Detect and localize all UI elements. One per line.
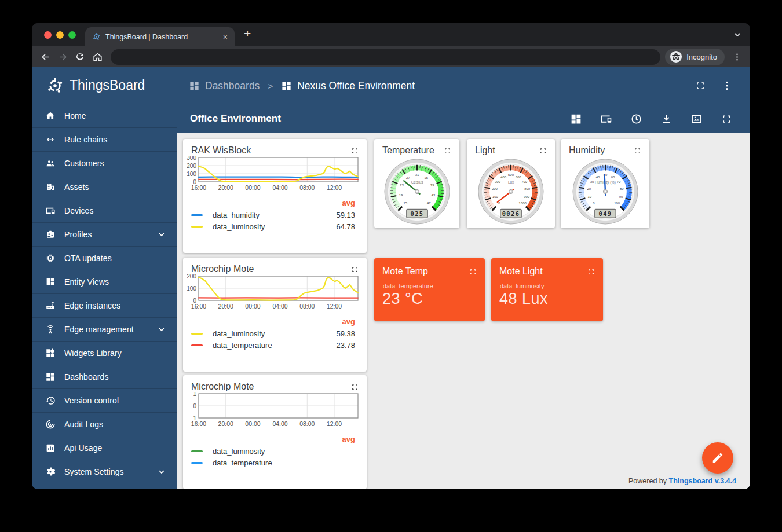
sidebar-item-ota-updates[interactable]: OTA updates: [32, 246, 177, 270]
sidebar-item-assets[interactable]: Assets: [32, 175, 177, 199]
legend-avg-value: 59.38: [336, 329, 355, 338]
chart-legend: avg data_luminosity59.38data_temperature…: [183, 314, 367, 351]
widget-fullscreen-icon[interactable]: [539, 146, 547, 155]
sidebar-item-system-settings[interactable]: System Settings: [32, 460, 177, 483]
sidebar-item-edge-management[interactable]: Edge management: [32, 317, 177, 341]
widget-rak-wisblock: RAK WisBlock 16:0020:0000:0004:0008:0012…: [183, 139, 367, 253]
sidebar-item-label: Api Usage: [64, 443, 103, 453]
sidebar-item-rule-chains[interactable]: Rule chains: [32, 127, 177, 151]
legend-item[interactable]: data_temperature23.78: [191, 339, 355, 351]
chevron-down-icon: [157, 325, 166, 334]
browser-tab[interactable]: ThingsBoard | Dashboard ×: [85, 27, 235, 46]
chart-legend: avg data_luminositydata_temperature: [183, 431, 367, 468]
sidebar-item-label: Devices: [64, 206, 94, 215]
forward-icon[interactable]: [54, 48, 71, 65]
browser-window: ThingsBoard | Dashboard × +: [32, 23, 750, 489]
new-tab-button[interactable]: +: [235, 27, 251, 43]
svg-text:08:00: 08:00: [299, 303, 315, 310]
sidebar-item-api-usage[interactable]: Api Usage: [32, 436, 177, 460]
entity-aliases-icon[interactable]: [600, 113, 612, 125]
widget-fullscreen-icon[interactable]: [587, 267, 595, 276]
legend-avg-value: 59.13: [336, 211, 355, 219]
address-bar[interactable]: [111, 49, 660, 65]
svg-text:400: 400: [500, 175, 507, 179]
audit-logs-icon: [45, 419, 56, 430]
home-icon[interactable]: [89, 48, 106, 65]
fullscreen-dashboard-icon[interactable]: [721, 113, 733, 125]
svg-text:10: 10: [587, 195, 591, 199]
incognito-label: Incognito: [686, 53, 717, 61]
maximize-window-button[interactable]: [68, 31, 76, 39]
svg-text:1: 1: [193, 392, 196, 397]
svg-text:30: 30: [590, 180, 594, 184]
widget-light-gauge: Light 01002003004005006007008009001000Lu…: [467, 139, 555, 228]
legend-item[interactable]: data_luminosity59.38: [191, 328, 355, 339]
svg-text:0: 0: [193, 298, 196, 304]
svg-text:08:00: 08:00: [299, 420, 315, 427]
tab-title: ThingsBoard | Dashboard: [105, 33, 216, 41]
fullscreen-icon[interactable]: [695, 80, 706, 91]
close-window-button[interactable]: [44, 31, 52, 39]
value-card-value: 48 Lux: [491, 289, 603, 308]
legend-item[interactable]: data_temperature: [191, 457, 355, 468]
sidebar-item-version-control[interactable]: Version control: [32, 388, 177, 412]
settings-icon: [45, 467, 56, 477]
svg-text:700: 700: [521, 180, 528, 184]
dashboard-title: Office Environment: [190, 113, 281, 124]
manage-layouts-icon[interactable]: [570, 113, 582, 125]
sidebar-item-label: Version control: [64, 396, 119, 405]
reload-icon[interactable]: [71, 48, 89, 65]
sidebar-item-widgets-library[interactable]: Widgets Library: [32, 341, 177, 365]
download-icon[interactable]: [660, 113, 673, 125]
edit-dashboard-fab[interactable]: [702, 442, 733, 474]
browser-menu-icon[interactable]: [728, 48, 746, 65]
minimize-window-button[interactable]: [56, 31, 64, 39]
widget-title: Mote Temp: [382, 266, 428, 277]
svg-text:200: 200: [492, 187, 498, 190]
edge-instances-icon: [45, 300, 56, 311]
more-options-icon[interactable]: [721, 80, 733, 91]
browser-toolbar: Incognito: [32, 46, 750, 67]
legend-item[interactable]: data_humidity59.13: [191, 209, 355, 221]
widget-fullscreen-icon[interactable]: [350, 265, 359, 274]
breadcrumb-dashboards-link[interactable]: Dashboards: [189, 80, 260, 92]
widget-fullscreen-icon[interactable]: [350, 383, 359, 391]
widget-fullscreen-icon[interactable]: [469, 267, 477, 276]
sidebar-item-label: Audit Logs: [64, 420, 103, 429]
header-actions: [695, 80, 733, 91]
svg-text:90: 90: [619, 195, 623, 199]
dashboard-image-icon[interactable]: [690, 113, 703, 125]
legend-label: data_humidity: [213, 211, 260, 219]
sidebar-item-entity-views[interactable]: Entity Views: [32, 270, 177, 293]
sidebar-item-dashboards[interactable]: Dashboards: [32, 365, 177, 388]
svg-text:47: 47: [426, 201, 430, 205]
svg-text:70: 70: [616, 180, 620, 184]
svg-text:16:00: 16:00: [191, 420, 206, 427]
legend-item[interactable]: data_luminosity64.78: [191, 221, 355, 232]
value-card-key: data_luminosity: [491, 277, 603, 289]
svg-text:0026: 0026: [502, 210, 520, 217]
svg-text:600: 600: [516, 175, 522, 179]
tab-search-chevron-icon[interactable]: [733, 30, 742, 39]
sidebar-item-home[interactable]: Home: [32, 104, 177, 127]
sidebar-item-label: Customers: [64, 159, 104, 168]
entity-views-icon: [45, 277, 56, 287]
thingsboard-version-link[interactable]: Thingsboard v.3.4.4: [669, 477, 736, 485]
time-window-icon[interactable]: [630, 113, 642, 125]
timeseries-chart: 16:0020:0000:0004:0008:0012:000100200: [183, 274, 367, 311]
sidebar-item-edge-instances[interactable]: Edge instances: [32, 293, 177, 317]
sidebar-item-label: System Settings: [64, 467, 124, 476]
rule-chains-icon: [45, 134, 56, 145]
sidebar-item-devices[interactable]: Devices: [32, 199, 177, 222]
widget-title: Microchip Mote: [191, 264, 254, 274]
close-tab-icon[interactable]: ×: [221, 32, 230, 42]
widget-title: Microchip Mote: [191, 381, 254, 392]
sidebar-item-profiles[interactable]: Profiles: [32, 222, 177, 246]
sidebar-item-audit-logs[interactable]: Audit Logs: [32, 412, 177, 436]
legend-item[interactable]: data_luminosity: [191, 445, 355, 457]
back-icon[interactable]: [36, 48, 54, 65]
sidebar-item-customers[interactable]: Customers: [32, 151, 177, 175]
widget-fullscreen-icon[interactable]: [443, 146, 452, 155]
widget-fullscreen-icon[interactable]: [633, 146, 642, 155]
widget-fullscreen-icon[interactable]: [350, 146, 359, 155]
